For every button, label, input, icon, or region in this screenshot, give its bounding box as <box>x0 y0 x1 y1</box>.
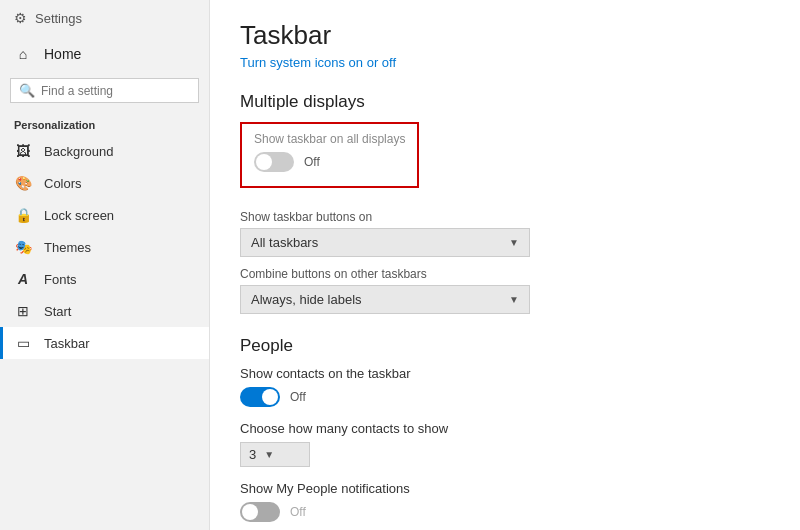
show-contacts-toggle[interactable] <box>240 387 280 407</box>
show-taskbar-buttons-value: All taskbars <box>251 235 318 250</box>
search-box[interactable]: 🔍 <box>10 78 199 103</box>
show-contacts-toggle-row: Off <box>240 387 770 407</box>
taskbar-label: Taskbar <box>44 336 90 351</box>
combine-buttons-value: Always, hide labels <box>251 292 362 307</box>
themes-icon: 🎭 <box>14 239 32 255</box>
show-taskbar-toggle-knob <box>256 154 272 170</box>
choose-contacts-label: Choose how many contacts to show <box>240 421 770 436</box>
show-notifications-toggle-knob <box>242 504 258 520</box>
dropdown-arrow-1: ▼ <box>509 237 519 248</box>
colors-icon: 🎨 <box>14 175 32 191</box>
personalization-section-label: Personalization <box>0 109 209 135</box>
page-title: Taskbar <box>240 20 770 51</box>
show-taskbar-toggle-label: Off <box>304 155 320 169</box>
show-taskbar-buttons-label: Show taskbar buttons on <box>240 210 770 224</box>
show-notifications-toggle-label: Off <box>290 505 306 519</box>
show-notifications-toggle[interactable] <box>240 502 280 522</box>
sidebar-home-button[interactable]: ⌂ Home <box>0 36 209 72</box>
sidebar-header: ⚙ Settings <box>0 0 209 36</box>
dropdown-arrow-3: ▼ <box>264 449 274 460</box>
show-contacts-toggle-label: Off <box>290 390 306 404</box>
lock-screen-label: Lock screen <box>44 208 114 223</box>
taskbar-icon: ▭ <box>14 335 32 351</box>
sidebar-title: Settings <box>35 11 82 26</box>
fonts-icon: A <box>14 271 32 287</box>
show-notifications-row: Show My People notifications Off <box>240 481 770 522</box>
background-label: Background <box>44 144 113 159</box>
sidebar-item-background[interactable]: 🖼 Background <box>0 135 209 167</box>
sidebar-item-lock-screen[interactable]: 🔒 Lock screen <box>0 199 209 231</box>
show-taskbar-toggle-row: Off <box>254 152 405 172</box>
home-label: Home <box>44 46 81 62</box>
main-content: Taskbar Turn system icons on or off Mult… <box>210 0 800 530</box>
sidebar-item-themes[interactable]: 🎭 Themes <box>0 231 209 263</box>
choose-contacts-dropdown[interactable]: 3 ▼ <box>240 442 310 467</box>
sidebar-item-start[interactable]: ⊞ Start <box>0 295 209 327</box>
sidebar-item-fonts[interactable]: A Fonts <box>0 263 209 295</box>
settings-icon: ⚙ <box>14 10 27 26</box>
show-taskbar-box: Show taskbar on all displays Off <box>240 122 419 188</box>
sidebar: ⚙ Settings ⌂ Home 🔍 Personalization 🖼 Ba… <box>0 0 210 530</box>
colors-label: Colors <box>44 176 82 191</box>
start-icon: ⊞ <box>14 303 32 319</box>
sidebar-item-taskbar[interactable]: ▭ Taskbar <box>0 327 209 359</box>
home-icon: ⌂ <box>14 46 32 62</box>
multiple-displays-heading: Multiple displays <box>240 92 770 112</box>
people-heading: People <box>240 336 770 356</box>
show-taskbar-label: Show taskbar on all displays <box>254 132 405 146</box>
start-label: Start <box>44 304 71 319</box>
show-contacts-label: Show contacts on the taskbar <box>240 366 770 381</box>
show-taskbar-buttons-dropdown[interactable]: All taskbars ▼ <box>240 228 530 257</box>
combine-buttons-label: Combine buttons on other taskbars <box>240 267 770 281</box>
show-notifications-toggle-row: Off <box>240 502 770 522</box>
choose-contacts-row: Choose how many contacts to show 3 ▼ <box>240 421 770 467</box>
system-icons-link[interactable]: Turn system icons on or off <box>240 55 396 70</box>
search-icon: 🔍 <box>19 83 35 98</box>
show-contacts-row: Show contacts on the taskbar Off <box>240 366 770 407</box>
combine-buttons-dropdown[interactable]: Always, hide labels ▼ <box>240 285 530 314</box>
sidebar-item-colors[interactable]: 🎨 Colors <box>0 167 209 199</box>
background-icon: 🖼 <box>14 143 32 159</box>
themes-label: Themes <box>44 240 91 255</box>
choose-contacts-value: 3 <box>249 447 256 462</box>
search-input[interactable] <box>41 84 190 98</box>
show-taskbar-toggle[interactable] <box>254 152 294 172</box>
fonts-label: Fonts <box>44 272 77 287</box>
show-notifications-label: Show My People notifications <box>240 481 770 496</box>
show-contacts-toggle-knob <box>262 389 278 405</box>
dropdown-arrow-2: ▼ <box>509 294 519 305</box>
lock-icon: 🔒 <box>14 207 32 223</box>
